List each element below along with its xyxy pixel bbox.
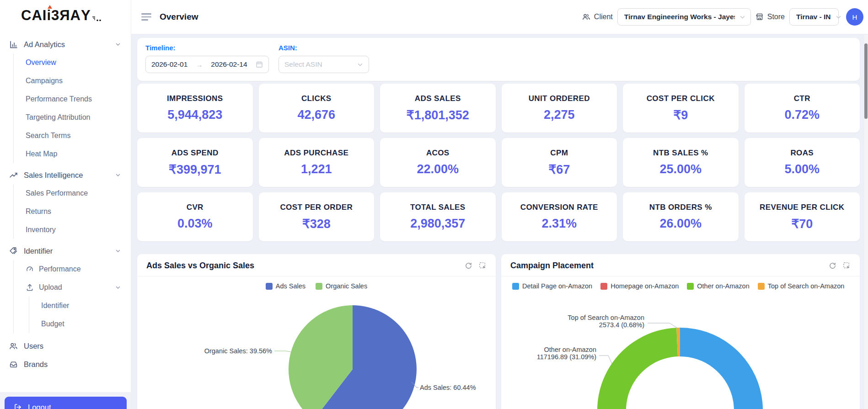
legend-item-detail-page[interactable]: Detail Page on-Amazon [512, 282, 592, 290]
content: Timeline: 2026-02-01 → 2026-02-14 ASIN: … [131, 34, 868, 409]
donut-label-top-of-search: Top of Search on-Amazon 2573.4 (0.68%) [568, 314, 644, 329]
pie-chart-ads-vs-organic: Organic Sales: 39.56% Ads Sales: 60.44% [137, 295, 496, 409]
charts-row: Ads Sales vs Organic Sales Ads Sale [137, 254, 860, 409]
legend-swatch [600, 283, 607, 290]
select-area-icon[interactable] [843, 262, 851, 270]
timeline-label: Timeline: [145, 44, 269, 52]
scrollbar-track[interactable] [864, 35, 868, 409]
asin-placeholder: Select ASIN [284, 60, 357, 69]
sidebar-item-returns[interactable]: Returns [14, 202, 131, 221]
users-icon [9, 341, 18, 351]
sidebar-item-brands[interactable]: Brands [0, 355, 131, 373]
sidebar-item-upload-identifier[interactable]: Identifier [29, 297, 131, 315]
kpi-card-cvr: CVR0.03% [137, 192, 253, 241]
kpi-card-conversion-rate: CONVERSION RATE2.31% [502, 192, 617, 241]
label-connector [599, 356, 612, 364]
chart-card-ads-vs-organic: Ads Sales vs Organic Sales Ads Sale [137, 254, 496, 409]
chevron-down-icon [357, 62, 363, 68]
start-date-input[interactable]: 2026-02-01 [151, 60, 188, 69]
donut-slice-detail-page[interactable] [680, 328, 763, 409]
sidebar-section-label: Ad Analytics [24, 40, 65, 49]
refresh-icon[interactable] [829, 262, 836, 270]
asin-label: ASIN: [279, 44, 369, 52]
upload-icon [26, 283, 34, 292]
select-area-icon[interactable] [479, 262, 487, 270]
donut-chart-campaign-placement: Top of Search on-Amazon 2573.4 (0.68%) O… [501, 295, 860, 409]
app-root: CAIi3ЯAY Ad Analytics Overview Campaigns… [0, 0, 868, 409]
store-select[interactable]: Tirnav - IN [789, 8, 839, 26]
main-area: Overview Client Tirnav Engineering Works… [131, 0, 868, 409]
sidebar-item-heat-map[interactable]: Heat Map [14, 145, 131, 163]
store-icon [755, 13, 764, 21]
chart-legend: Ads Sales Organic Sales [137, 282, 496, 290]
chevron-down-icon [115, 172, 121, 178]
client-select[interactable]: Tirnav Engineering Works - Jayesh Jain [617, 8, 751, 26]
chevron-down-icon [115, 42, 121, 47]
legend-item-organic-sales[interactable]: Organic Sales [316, 282, 367, 290]
sidebar-item-targeting-attribution[interactable]: Targeting Attribution [14, 108, 131, 127]
chart-legend: Detail Page on-Amazon Homepage on-Amazon… [501, 282, 860, 290]
kpi-grid: IMPRESSIONS5,944,823 CLICKS42,676 ADS SA… [137, 84, 860, 241]
kpi-card-ntb-orders: NTB ORDERS %26.00% [623, 192, 739, 241]
sidebar-item-users[interactable]: Users [0, 337, 131, 355]
kpi-card-ntb-sales: NTB SALES %25.00% [623, 138, 739, 187]
avatar[interactable]: H [846, 8, 863, 26]
kpi-card-ads-spend: ADS SPEND₹399,971 [137, 138, 253, 187]
kpi-card-impressions: IMPRESSIONS5,944,823 [137, 84, 253, 133]
kpi-card-cpm: CPM₹67 [502, 138, 617, 187]
sidebar-item-sales-performance[interactable]: Sales Performance [14, 184, 131, 202]
top-bar-controls: Client Tirnav Engineering Works - Jayesh… [582, 8, 863, 26]
scrollbar-thumb[interactable] [864, 43, 868, 119]
legend-item-homepage[interactable]: Homepage on-Amazon [600, 282, 679, 290]
users-icon [582, 13, 590, 21]
sidebar-section-label: Sales Intelligence [24, 171, 83, 180]
sidebar-section-identifier[interactable]: Identifier [0, 242, 131, 260]
trending-up-icon [9, 170, 18, 180]
legend-item-ads-sales[interactable]: Ads Sales [266, 282, 305, 290]
legend-item-top-of-search[interactable]: Top of Search on-Amazon [758, 282, 845, 290]
sidebar-section-ad-analytics[interactable]: Ad Analytics [0, 35, 131, 53]
sidebar-section-label: Identifier [24, 247, 53, 255]
filter-bar: Timeline: 2026-02-01 → 2026-02-14 ASIN: … [137, 38, 860, 81]
client-label: Client [582, 13, 613, 21]
sidebar-item-performance-trends[interactable]: Performance Trends [14, 90, 131, 108]
kpi-card-revenue-per-click: REVENUE PER CLICK₹70 [745, 192, 860, 241]
kpi-card-clicks: CLICKS42,676 [259, 84, 375, 133]
hamburger-menu-icon[interactable] [141, 11, 152, 22]
sidebar-item-upload-budget[interactable]: Budget [29, 315, 131, 333]
chart-card-campaign-placement: Campaign Placement Detail Page on-A [501, 254, 860, 409]
legend-item-other[interactable]: Other on-Amazon [687, 282, 749, 290]
asin-select[interactable]: Select ASIN [279, 56, 369, 73]
logout-icon [14, 403, 22, 409]
sidebar-section-sales-intelligence[interactable]: Sales Intelligence [0, 166, 131, 184]
end-date-input[interactable]: 2026-02-14 [211, 60, 247, 69]
sidebar-item-campaigns[interactable]: Campaigns [14, 72, 131, 90]
chevron-down-icon [836, 14, 841, 20]
kpi-card-ads-sales: ADS SALES₹1,801,352 [380, 84, 496, 133]
calendar-icon [256, 61, 263, 68]
brand-logo: CAIi3ЯAY [0, 0, 131, 22]
logout-button[interactable]: Logout [5, 397, 127, 409]
store-label: Store [755, 13, 785, 21]
sidebar-item-overview[interactable]: Overview [14, 53, 131, 72]
date-range-picker[interactable]: 2026-02-01 → 2026-02-14 [145, 56, 269, 73]
kpi-card-cost-per-click: COST PER CLICK₹9 [623, 84, 739, 133]
kpi-card-cost-per-order: COST PER ORDER₹328 [259, 192, 375, 241]
donut-slice-other[interactable] [597, 328, 678, 409]
legend-swatch [758, 283, 765, 290]
sidebar-item-performance[interactable]: Performance [14, 260, 131, 278]
chart-title: Ads Sales vs Organic Sales [146, 261, 254, 271]
tags-icon [9, 246, 18, 255]
kpi-card-total-sales: TOTAL SALES2,980,357 [380, 192, 496, 241]
kpi-card-ctr: CTR0.72% [745, 84, 860, 133]
sidebar-item-upload[interactable]: Upload [14, 278, 131, 297]
inbox-icon [9, 360, 18, 369]
bar-chart-icon [9, 40, 18, 49]
sidebar-item-inventory[interactable]: Inventory [14, 221, 131, 239]
legend-swatch [316, 283, 322, 290]
sidebar-item-search-terms[interactable]: Search Terms [14, 127, 131, 145]
pie-label-organic-sales: Organic Sales: 39.56% [204, 347, 272, 355]
page-title: Overview [160, 12, 198, 22]
refresh-icon[interactable] [465, 262, 472, 270]
label-connector [274, 351, 291, 352]
